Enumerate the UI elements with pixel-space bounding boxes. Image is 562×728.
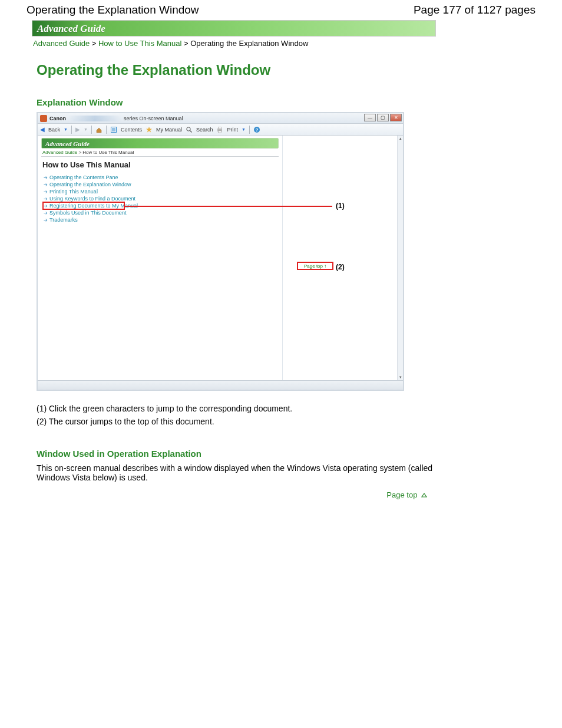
contents-button[interactable]: Contents	[121, 127, 142, 133]
blank-pane: ▴ ▾	[282, 136, 403, 380]
explanation-pane: Advanced Guide Advanced Guide > How to U…	[38, 136, 282, 380]
topic-link[interactable]: Operating the Explanation Window	[49, 182, 131, 187]
explanation-window-screenshot: Canon series On-screen Manual — ▢ ✕ ◀ Ba…	[37, 112, 404, 391]
arrow-icon: ➔	[44, 189, 48, 195]
toolbar-separator	[249, 126, 250, 134]
list-item[interactable]: ➔Symbols Used in This Document	[44, 209, 279, 216]
breadcrumb-link-advanced-guide[interactable]: Advanced Guide	[33, 39, 90, 48]
breadcrumb-sep: >	[92, 39, 97, 48]
scroll-down-icon[interactable]: ▾	[398, 374, 404, 380]
topic-link[interactable]: Operating the Contents Pane	[49, 174, 118, 180]
callout-label-2: (2)	[336, 263, 345, 271]
topic-link[interactable]: Using Keywords to Find a Document	[49, 196, 135, 202]
section2-body: This on-screen manual describes with a w…	[37, 463, 436, 482]
up-arrow-icon	[421, 492, 428, 499]
scroll-up-icon[interactable]: ▴	[398, 136, 404, 141]
forward-dropdown-icon[interactable]: ▼	[84, 127, 88, 131]
svg-point-5	[187, 127, 190, 130]
help-icon[interactable]: ?	[253, 126, 260, 133]
home-icon[interactable]	[95, 126, 103, 133]
callout-label-1: (1)	[336, 202, 345, 210]
page-top-label: Page top	[386, 490, 417, 499]
search-button[interactable]: Search	[196, 127, 213, 133]
window-statusbar	[38, 380, 403, 390]
callout-highlight-1	[42, 202, 125, 210]
list-item[interactable]: ➔Operating the Contents Pane	[44, 174, 279, 181]
back-button[interactable]: Back	[48, 127, 60, 133]
breadcrumb: Advanced Guide > How to Use This Manual …	[32, 37, 436, 54]
titlebar-gradient	[68, 116, 121, 121]
list-item[interactable]: ➔Printing This Manual	[44, 188, 279, 195]
svg-marker-4	[146, 127, 152, 133]
close-button[interactable]: ✕	[390, 114, 402, 121]
page-counter: Page 177 of 1127 pages	[414, 4, 535, 17]
back-dropdown-icon[interactable]: ▼	[64, 127, 68, 131]
scrollbar[interactable]: ▴ ▾	[397, 136, 403, 380]
star-icon[interactable]	[146, 126, 153, 133]
up-arrow-icon: ↑	[324, 263, 326, 269]
forward-arrow-icon[interactable]: ▶	[75, 126, 80, 133]
svg-rect-9	[219, 131, 222, 133]
list-item[interactable]: ➔Operating the Explanation Window	[44, 181, 279, 188]
inner-breadcrumb: Advanced Guide > How to Use This Manual	[41, 149, 279, 157]
callout-highlight-2[interactable]: Page top ↑	[297, 262, 333, 270]
list-item[interactable]: ➔Trademarks	[44, 216, 279, 223]
maximize-button[interactable]: ▢	[377, 114, 389, 121]
arrow-icon: ➔	[44, 196, 48, 202]
contents-icon[interactable]	[110, 126, 117, 133]
page-title: Operating the Explanation Window	[37, 62, 436, 78]
inner-advanced-guide-banner: Advanced Guide	[41, 138, 279, 149]
svg-text:?: ?	[255, 127, 258, 133]
section-explanation-window: Explanation Window	[37, 97, 436, 107]
note-1: (1) Click the green characters to jump t…	[37, 404, 436, 413]
inner-breadcrumb-l1[interactable]: Advanced Guide	[42, 150, 77, 155]
note-2: (2) The cursor jumps to the top of this …	[37, 417, 436, 426]
pagetop-box-label: Page top	[304, 263, 323, 269]
toolbar-separator	[106, 126, 107, 134]
arrow-icon: ➔	[44, 175, 48, 180]
advanced-guide-banner: Advanced Guide	[32, 20, 436, 37]
callout-leader-1	[124, 206, 332, 207]
doc-title: Operating the Explanation Window	[27, 4, 199, 17]
breadcrumb-sep: >	[184, 39, 189, 48]
back-arrow-icon[interactable]: ◀	[40, 126, 45, 133]
arrow-icon: ➔	[44, 210, 48, 216]
topic-link[interactable]: Printing This Manual	[49, 189, 98, 195]
minimize-button[interactable]: —	[364, 114, 376, 121]
toolbar-separator	[91, 126, 92, 134]
inner-section-title: How to Use This Manual	[42, 160, 279, 169]
inner-breadcrumb-sep: >	[78, 150, 81, 155]
window-titlebar: Canon series On-screen Manual — ▢ ✕	[38, 113, 403, 124]
topic-link-list: ➔Operating the Contents Pane ➔Operating …	[44, 174, 279, 223]
print-dropdown-icon[interactable]: ▼	[242, 127, 246, 131]
breadcrumb-current: Operating the Explanation Window	[190, 39, 308, 48]
print-button[interactable]: Print	[227, 127, 238, 133]
svg-line-6	[190, 130, 191, 132]
topic-link[interactable]: Trademarks	[49, 217, 78, 223]
arrow-icon: ➔	[44, 182, 48, 187]
arrow-icon: ➔	[44, 218, 48, 223]
toolbar: ◀ Back ▼ ▶ ▼ Contents My Manual Search P…	[38, 124, 403, 136]
app-icon	[40, 115, 47, 122]
print-icon[interactable]	[216, 126, 223, 133]
svg-rect-8	[219, 127, 222, 129]
brand-label: Canon	[49, 116, 66, 121]
topic-link[interactable]: Symbols Used in This Document	[49, 210, 126, 216]
section-window-used: Window Used in Operation Explanation	[37, 449, 436, 459]
toolbar-separator	[71, 126, 72, 134]
breadcrumb-link-how-to-use[interactable]: How to Use This Manual	[98, 39, 181, 48]
inner-breadcrumb-l2: How to Use This Manual	[82, 150, 134, 155]
mymanual-button[interactable]: My Manual	[156, 127, 182, 133]
page-top-link[interactable]: Page top	[37, 490, 436, 499]
titlebar-suffix: series On-screen Manual	[124, 116, 183, 121]
search-icon[interactable]	[186, 126, 193, 133]
